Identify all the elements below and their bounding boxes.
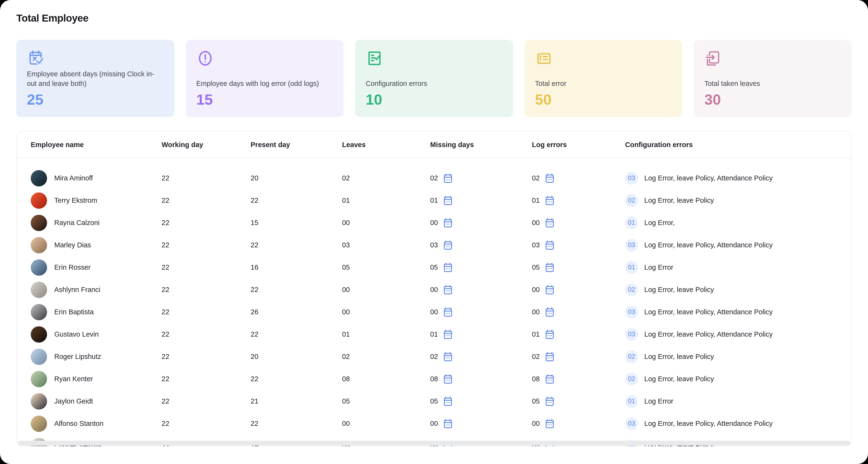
config-count-badge: 03 (625, 239, 638, 252)
calendar-icon[interactable] (443, 218, 453, 228)
employee-name: Terry Ekstrom (54, 197, 97, 204)
calendar-icon[interactable] (545, 240, 555, 250)
calendar-icon[interactable] (443, 285, 453, 295)
calendar-icon[interactable] (545, 396, 555, 406)
config-count-badge: 01 (625, 395, 638, 408)
present-day-value: 16 (251, 263, 342, 271)
table-row: Erin Rosser 22 16 05 05 05 (17, 256, 851, 278)
calendar-icon[interactable] (443, 374, 453, 384)
calendar-icon[interactable] (545, 218, 555, 228)
employee-name: Ashlynn Franci (54, 286, 100, 294)
employee-name: Gustavo Levin (54, 330, 99, 338)
calendar-icon[interactable] (545, 173, 555, 183)
table-row: Gustavo Levin 22 22 01 01 01 (17, 323, 851, 345)
missing-days-value: 02 (430, 353, 438, 361)
calendar-icon[interactable] (443, 307, 453, 317)
working-day-value: 22 (161, 353, 251, 361)
config-errors-text: Log Error, leave Policy, Attendance Poli… (644, 420, 773, 428)
calendar-icon[interactable] (545, 374, 555, 384)
checklist-icon (366, 49, 383, 67)
missing-days-value: 00 (430, 308, 438, 316)
leaves-value: 00 (342, 286, 430, 294)
calendar-icon[interactable] (545, 329, 555, 339)
leaves-value: 01 (342, 197, 430, 204)
stat-card-log-error-days: Employee days with log error (odd logs) … (186, 40, 344, 117)
avatar (31, 215, 47, 231)
column-header-missing-days: Missing days (430, 141, 532, 149)
missing-days-value: 01 (430, 197, 438, 204)
calendar-icon[interactable] (545, 262, 555, 272)
present-day-value: 22 (251, 286, 342, 294)
horizontal-scrollbar[interactable] (18, 441, 850, 445)
log-errors-value: 08 (532, 375, 539, 383)
calendar-icon[interactable] (545, 419, 555, 429)
calendar-icon[interactable] (545, 196, 555, 206)
leaves-value: 03 (342, 241, 430, 249)
present-day-value: 15 (251, 219, 342, 227)
missing-days-value: 08 (430, 375, 438, 383)
calendar-icon[interactable] (443, 352, 453, 362)
missing-days-value: 00 (430, 286, 438, 294)
calendar-icon[interactable] (443, 419, 453, 429)
missing-days-value: 05 (430, 263, 438, 271)
calendar-icon[interactable] (443, 173, 453, 183)
calendar-icon[interactable] (545, 352, 555, 362)
table-row: Marley Dias 22 22 03 03 03 (17, 234, 851, 256)
stat-card-taken-leaves: Total taken leaves 30 (694, 40, 852, 117)
summary-cards: Employee absent days (missing Clock in-o… (16, 40, 852, 117)
working-day-value: 22 (161, 197, 251, 204)
employee-name: Marley Dias (54, 241, 91, 249)
table-row: Ryan Kenter 22 22 08 08 08 (17, 368, 851, 390)
config-errors-text: Log Error, leave Policy (644, 286, 714, 294)
table-row: Roger Lipshutz 22 20 02 02 02 (17, 345, 851, 368)
calendar-icon[interactable] (443, 396, 453, 406)
column-header-present-day: Present day (251, 141, 342, 149)
leaves-value: 02 (342, 174, 430, 182)
working-day-value: 22 (161, 219, 251, 227)
leave-export-icon (704, 49, 722, 67)
avatar (31, 349, 47, 365)
present-day-value: 22 (251, 197, 342, 204)
config-count-badge: 01 (625, 261, 638, 274)
page-title: Total Employee (16, 0, 852, 24)
config-errors-text: Log Error, leave Policy, Attendance Poli… (644, 308, 773, 316)
config-count-badge: 03 (625, 417, 638, 430)
missing-days-value: 00 (430, 420, 438, 428)
log-errors-value: 01 (532, 197, 539, 204)
calendar-icon[interactable] (443, 196, 453, 206)
calendar-x-check-icon (27, 49, 45, 67)
calendar-icon[interactable] (545, 285, 555, 295)
employee-name: Mira Aminoff (54, 174, 93, 182)
stat-card-label: Configuration errors (366, 79, 495, 88)
log-errors-value: 01 (532, 330, 539, 338)
stat-card-total-error: Total error 50 (525, 40, 682, 117)
working-day-value: 22 (161, 375, 251, 383)
config-errors-text: Log Error, (644, 219, 675, 227)
config-errors-text: Log Error, leave Policy (644, 353, 714, 361)
stat-card-value: 10 (366, 92, 502, 107)
calendar-icon[interactable] (443, 329, 453, 339)
employee-name: Alfonso Stanton (54, 420, 103, 428)
employee-name: Roger Lipshutz (54, 353, 101, 361)
table-row: Rayna Calzoni 22 15 00 00 00 (17, 211, 851, 234)
employee-name: Jaylon Geidt (54, 397, 93, 405)
log-errors-value: 02 (532, 174, 539, 182)
calendar-icon[interactable] (443, 262, 453, 272)
present-day-value: 20 (251, 353, 342, 361)
working-day-value: 22 (161, 286, 251, 294)
avatar (31, 237, 47, 253)
employee-name: Ryan Kenter (54, 375, 93, 383)
config-count-badge: 01 (625, 217, 638, 229)
config-count-badge: 03 (625, 306, 638, 319)
table-row: Terry Ekstrom 22 22 01 01 01 (17, 189, 851, 211)
leaves-value: 08 (342, 375, 430, 383)
missing-days-value: 02 (430, 174, 438, 182)
calendar-icon[interactable] (545, 307, 555, 317)
config-count-badge: 02 (625, 283, 638, 296)
avatar (31, 170, 47, 187)
calendar-icon[interactable] (443, 240, 453, 250)
log-errors-value: 02 (532, 353, 539, 361)
stat-card-config-errors: Configuration errors 10 (355, 40, 513, 117)
config-errors-text: Log Error, leave Policy (644, 375, 714, 383)
table-row: Alfonso Stanton 22 22 00 00 00 (17, 412, 851, 435)
